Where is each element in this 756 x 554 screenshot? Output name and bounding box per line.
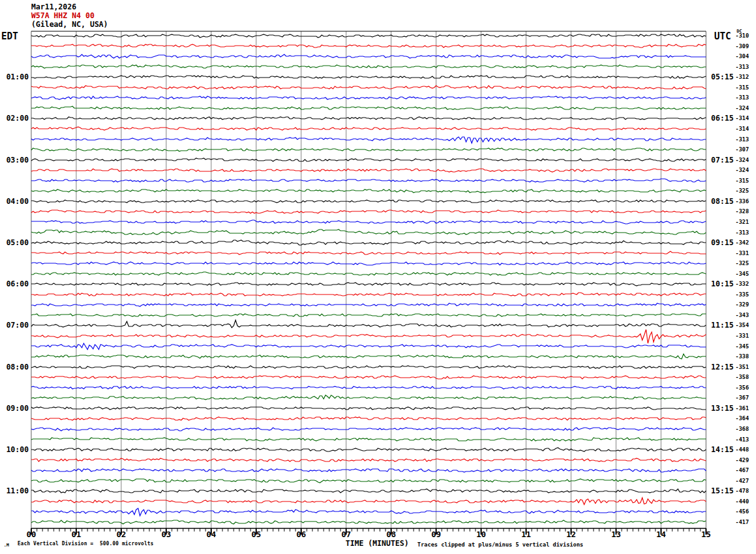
trace-row-4 <box>31 76 706 78</box>
dc-value: -364 <box>735 415 749 422</box>
trace-row-29 <box>31 330 706 343</box>
trace-row-32 <box>31 366 706 368</box>
dc-value: -324 <box>735 167 749 174</box>
helicorder-page: Mar11,2026 W57A HHZ N4 00 (Gilead, NC, U… <box>0 0 756 554</box>
trace-row-18 <box>31 220 706 224</box>
dc-value: -325 <box>735 188 749 194</box>
minute-tick-label: 10 <box>476 530 486 539</box>
clipping-note: Traces clipped at plus/minus 5 vertical … <box>417 541 584 548</box>
trace-row-45 <box>31 498 706 505</box>
dc-value: -342 <box>735 239 749 246</box>
hour-label-right: 10:15 <box>711 280 734 288</box>
minute-tick-label: 15 <box>701 530 711 539</box>
hour-label-left: 04:00 <box>0 197 29 206</box>
hour-label-left: 11:00 <box>0 486 29 495</box>
trace-row-36 <box>31 407 706 410</box>
dc-value: -427 <box>735 478 749 485</box>
vertical-division-note: Each Vertical Division = 500.00 microvol… <box>17 541 154 547</box>
dc-value: -361 <box>735 405 749 412</box>
hour-label-right: 13:15 <box>711 404 734 413</box>
hour-label-right: 09:15 <box>711 238 734 247</box>
dc-value: -307 <box>735 146 749 153</box>
dc-value: -312 <box>735 74 749 81</box>
logo-glyph: .M <box>4 543 9 548</box>
trace-row-21 <box>31 251 706 254</box>
trace-row-33 <box>31 376 706 379</box>
hour-label-right: 08:15 <box>711 197 734 206</box>
trace-row-16 <box>31 200 706 203</box>
trace-row-13 <box>31 169 706 172</box>
dc-value: -336 <box>735 198 749 205</box>
trace-row-42 <box>31 469 706 472</box>
dc-value: -324 <box>735 105 749 112</box>
trace-row-38 <box>31 428 706 431</box>
trace-row-14 <box>31 179 706 182</box>
dc-value: -331 <box>735 250 749 257</box>
dc-value: -448 <box>735 446 749 453</box>
dc-value: -358 <box>735 374 749 381</box>
dc-value: -467 <box>735 467 749 474</box>
minute-tick-label: 09 <box>431 530 441 539</box>
trace-row-44 <box>31 489 706 493</box>
hour-label-left: 08:00 <box>0 363 29 371</box>
trace-row-0 <box>31 34 706 38</box>
trace-row-17 <box>31 210 706 213</box>
trace-row-34 <box>31 386 706 389</box>
trace-row-9 <box>31 127 706 130</box>
minute-tick-label: 03 <box>161 530 171 539</box>
dc-value: -335 <box>735 291 749 298</box>
dc-value: -309 <box>735 43 749 50</box>
x-axis-label: TIME (MINUTES) <box>346 539 409 548</box>
station-location: (Gilead, NC, USA) <box>31 20 108 29</box>
dc-value: -321 <box>735 219 749 226</box>
minute-tick-label: 04 <box>206 530 216 539</box>
trace-row-10 <box>31 137 706 143</box>
dc-value: -315 <box>735 178 749 184</box>
dc-value: -332 <box>735 281 749 288</box>
dc-value: -304 <box>735 53 749 60</box>
trace-row-6 <box>31 96 706 99</box>
dc-value: -417 <box>735 519 749 526</box>
dc-value: -314 <box>735 126 749 133</box>
minute-tick-label: 05 <box>251 530 261 539</box>
minute-tick-label: 12 <box>566 530 576 539</box>
dc-value: -331 <box>735 333 749 340</box>
dc-value: -345 <box>735 343 749 350</box>
dc-value: -310 <box>735 33 749 39</box>
hour-label-right: 11:15 <box>711 321 734 330</box>
trace-row-43 <box>31 479 706 483</box>
hour-label-right: 15:15 <box>711 486 734 495</box>
hour-label-left: 10:00 <box>0 445 29 454</box>
plot-date: Mar11,2026 <box>31 3 76 11</box>
dc-value: -429 <box>735 457 749 464</box>
trace-row-19 <box>31 229 706 234</box>
trace-row-20 <box>31 240 706 245</box>
minute-tick-label: 11 <box>521 530 531 539</box>
trace-row-30 <box>31 343 706 350</box>
trace-row-7 <box>31 106 706 109</box>
dc-value: -440 <box>735 498 749 505</box>
dc-value: -356 <box>735 385 749 391</box>
dc-value: -324 <box>735 157 749 164</box>
minute-tick-label: 07 <box>341 530 351 539</box>
trace-row-26 <box>31 303 706 306</box>
dc-value: -343 <box>735 312 749 319</box>
trace-row-47 <box>31 520 706 524</box>
hour-label-left: 05:00 <box>0 238 29 247</box>
dc-value: -314 <box>735 115 749 122</box>
dc-value: -313 <box>735 94 749 101</box>
trace-row-3 <box>31 65 706 68</box>
trace-row-37 <box>31 417 706 420</box>
trace-row-5 <box>31 86 706 89</box>
dc-value: -313 <box>735 136 749 143</box>
trace-row-1 <box>31 44 706 48</box>
hour-label-left: 07:00 <box>0 321 29 330</box>
dc-value: -367 <box>735 395 749 401</box>
hour-label-left: 03:00 <box>0 156 29 164</box>
trace-row-25 <box>31 293 706 296</box>
dc-value: -325 <box>735 260 749 267</box>
trace-row-35 <box>31 395 706 400</box>
dc-value: -456 <box>735 508 749 515</box>
hour-label-left: 01:00 <box>0 73 29 81</box>
trace-row-39 <box>31 438 706 441</box>
